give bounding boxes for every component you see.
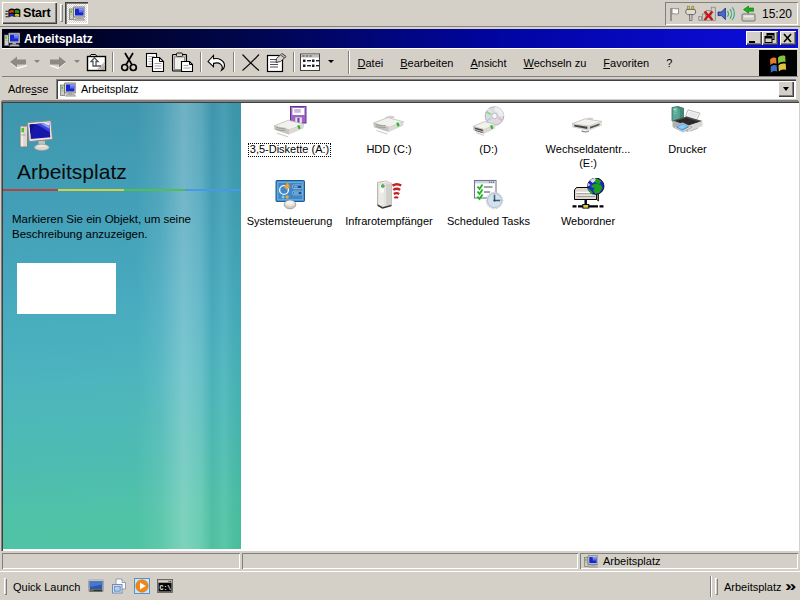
forward-arrow-icon: [49, 55, 67, 69]
undo-arrow-icon: [205, 53, 230, 72]
cd-drive-icon: [472, 106, 506, 139]
address-combobox[interactable]: Arbeitsplatz: [56, 79, 796, 99]
status-bar: Arbeitsplatz: [2, 553, 798, 569]
taskbar-arbeitsplatz-label: Arbeitsplatz: [724, 581, 781, 593]
icon-drucker[interactable]: Drucker: [638, 106, 738, 157]
menu-hilfe[interactable]: ?: [658, 57, 681, 69]
rule-green-segment: [124, 189, 185, 191]
up-button[interactable]: [85, 51, 107, 73]
address-dropdown-button[interactable]: [778, 81, 794, 97]
update-flag-icon[interactable]: [668, 5, 684, 23]
minimize-button[interactable]: [746, 31, 762, 45]
window-title: Arbeitsplatz: [24, 32, 93, 46]
forward-button[interactable]: [48, 51, 68, 73]
rule-red-segment: [3, 189, 58, 191]
my-computer-icon: [584, 554, 598, 568]
toolbar-grip[interactable]: [715, 578, 718, 595]
ms-dos-prompt-icon[interactable]: C:\: [157, 578, 173, 594]
icon-label: Webordner: [559, 215, 617, 229]
explorer-window: Arbeitsplatz: [0, 28, 800, 570]
view-channels-icon[interactable]: [111, 578, 127, 594]
icon-floppy-a[interactable]: 3,5-Diskette (A:): [240, 106, 340, 157]
no-signal-icon[interactable]: [698, 5, 717, 23]
windows-start-flag-icon: [5, 6, 21, 21]
taskbar-grip[interactable]: [60, 4, 63, 22]
system-tray: 15:20: [665, 2, 798, 25]
address-value: Arbeitsplatz: [81, 83, 138, 95]
taskbar-button-arbeitsplatz[interactable]: [65, 2, 88, 24]
my-computer-icon: [60, 81, 76, 97]
icon-webordner[interactable]: Webordner: [538, 178, 638, 229]
menu-favoriten[interactable]: Favoriten: [595, 57, 658, 69]
quick-launch-grip[interactable]: [4, 578, 7, 595]
views-dropdown-arrow[interactable]: [328, 60, 334, 63]
toolbar-separator: [233, 52, 235, 72]
my-computer-large-icon: [17, 116, 53, 152]
webview-info-box: [17, 263, 116, 314]
media-player-icon[interactable]: [134, 578, 150, 594]
folder-content-area: Arbeitsplatz Markieren Sie ein Objekt, u…: [1, 101, 799, 551]
status-object-label: Arbeitsplatz: [603, 555, 660, 567]
icon-label: Infrarotempfänger: [343, 215, 434, 229]
tray-clock[interactable]: 15:20: [762, 7, 792, 21]
icon-removable-e[interactable]: Wechseldatentr... (E:): [538, 106, 638, 171]
delete-button[interactable]: [237, 51, 263, 73]
views-icon: [298, 52, 322, 72]
properties-icon: [264, 52, 289, 73]
windows-flag-icon: [764, 51, 792, 75]
copy-button[interactable]: [142, 51, 168, 73]
menu-datei[interactable]: Datei: [349, 57, 392, 69]
cut-button[interactable]: [116, 51, 142, 73]
views-button[interactable]: [297, 51, 323, 73]
icon-label: Scheduled Tasks: [445, 215, 532, 229]
menu-ansicht[interactable]: Ansicht: [462, 57, 515, 69]
restore-button[interactable]: [762, 31, 778, 45]
status-pane-middle: [242, 553, 578, 569]
icon-cd-d[interactable]: (D:): [439, 106, 539, 157]
status-pane-object: Arbeitsplatz: [580, 553, 798, 569]
toolbar-separator: [112, 52, 114, 72]
start-button[interactable]: Start: [2, 2, 57, 24]
scheduled-tasks-icon: [472, 178, 506, 211]
rule-blue-segment: [185, 189, 241, 191]
icon-scheduled-tasks[interactable]: Scheduled Tasks: [439, 178, 539, 229]
my-computer-icon: [69, 5, 85, 21]
volume-icon[interactable]: [717, 5, 736, 23]
icon-hdd-c[interactable]: HDD (C:): [339, 106, 439, 157]
menu-bearbeiten[interactable]: Bearbeiten: [392, 57, 462, 69]
window-titlebar[interactable]: Arbeitsplatz: [2, 29, 798, 48]
undo-button[interactable]: [204, 51, 231, 73]
properties-button[interactable]: [263, 51, 290, 73]
menu-wechseln-zu[interactable]: Wechseln zu: [515, 57, 595, 69]
start-button-label: Start: [23, 6, 50, 20]
address-bar-row: Adresse Arbeitsplatz: [2, 78, 798, 101]
taskbar-top: Start: [0, 0, 800, 27]
icon-systemsteuerung[interactable]: Systemsteuerung: [240, 178, 340, 229]
paste-button[interactable]: [169, 51, 196, 73]
back-dropdown-arrow[interactable]: [34, 60, 40, 63]
toolbar-separator: [293, 52, 295, 72]
removable-drive-icon: [571, 106, 605, 139]
chevron-more-icon[interactable]: »: [785, 577, 796, 594]
printers-icon: [671, 106, 705, 139]
web-folders-icon: [571, 178, 605, 211]
taskbar-bottom: Quick Launch: [0, 571, 800, 600]
menu-bar: Datei Bearbeiten Ansicht Wechseln zu Fav…: [349, 49, 681, 76]
windows-brand-logo: [759, 50, 797, 76]
address-label: Adresse: [8, 83, 48, 95]
power-plug-icon[interactable]: [684, 5, 698, 23]
forward-dropdown-arrow[interactable]: [74, 60, 80, 63]
paste-icon: [170, 52, 195, 73]
up-folder-icon: [86, 53, 107, 72]
icon-label: 3,5-Diskette (A:): [248, 143, 331, 157]
icon-infrarot[interactable]: Infrarotempfänger: [339, 178, 439, 229]
close-button[interactable]: [780, 31, 796, 45]
webview-title: Arbeitsplatz: [17, 160, 127, 184]
toolbar-separator: [200, 52, 202, 72]
back-button[interactable]: [8, 51, 28, 73]
status-pane-left: [2, 553, 240, 569]
desktop-screen: Start: [0, 0, 800, 600]
scissors-icon: [118, 52, 140, 73]
eject-hardware-icon[interactable]: [736, 5, 756, 23]
show-desktop-icon[interactable]: [88, 578, 104, 594]
